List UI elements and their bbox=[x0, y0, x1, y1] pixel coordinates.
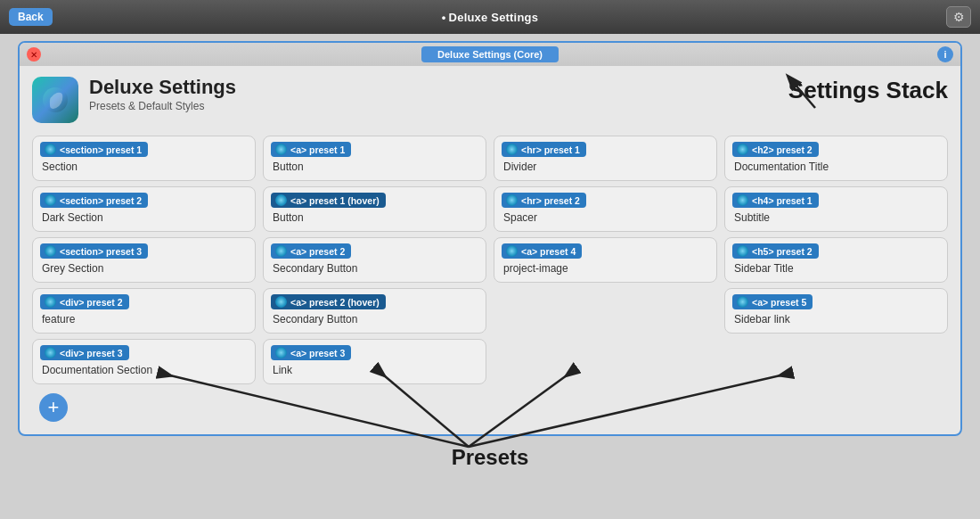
preset-tag-icon bbox=[506, 144, 518, 155]
preset-tag-text: <div> preset 3 bbox=[60, 348, 123, 358]
back-button[interactable]: Back bbox=[9, 8, 53, 26]
preset-card-2-5[interactable]: <a> preset 3Link bbox=[263, 339, 486, 384]
preset-tag-icon bbox=[45, 144, 56, 155]
settings-stack-arrow bbox=[762, 59, 869, 112]
panel-header: Deluxe Settings Presets & Default Styles… bbox=[32, 77, 948, 123]
preset-label: project-image bbox=[502, 262, 709, 275]
title-bar: Back Deluxe Settings ⚙ bbox=[0, 0, 980, 34]
svg-line-4 bbox=[469, 375, 780, 447]
preset-tag-icon bbox=[45, 296, 56, 308]
preset-tag: <h5> preset 2 bbox=[732, 243, 819, 259]
svg-line-1 bbox=[170, 375, 469, 447]
preset-label: Dark Section bbox=[40, 211, 248, 224]
preset-tag-icon bbox=[737, 296, 748, 308]
preset-card-1-1[interactable]: <section> preset 1Section bbox=[32, 136, 256, 181]
preset-tag-text: <div> preset 2 bbox=[60, 297, 123, 308]
panel: ✕ Deluxe Settings (Core) i bbox=[18, 41, 962, 436]
preset-label: Grey Section bbox=[40, 262, 248, 275]
preset-tag-icon bbox=[737, 144, 748, 155]
preset-card-2-1[interactable]: <a> preset 1Button bbox=[263, 136, 486, 181]
preset-card-1-3[interactable]: <section> preset 3Grey Section bbox=[32, 237, 256, 283]
preset-tag-text: <a> preset 1 (hover) bbox=[290, 195, 380, 206]
preset-card-1-4[interactable]: <div> preset 2feature bbox=[32, 288, 256, 334]
svg-line-3 bbox=[469, 375, 567, 447]
svg-line-2 bbox=[384, 375, 469, 447]
preset-tag-icon bbox=[275, 347, 287, 358]
app-subtitle: Presets & Default Styles bbox=[89, 100, 788, 112]
app-logo bbox=[32, 77, 78, 123]
preset-label: Subtitle bbox=[732, 211, 940, 224]
preset-tag: <a> preset 4 bbox=[502, 243, 582, 259]
preset-tag: <a> preset 1 bbox=[271, 142, 351, 157]
preset-tag: <h4> preset 1 bbox=[732, 193, 819, 208]
preset-label: Documentation Title bbox=[732, 161, 940, 173]
preset-card-1-5[interactable]: <div> preset 3Documentation Section bbox=[32, 339, 256, 384]
preset-card-2-4[interactable]: <a> preset 2 (hover)Secondary Button bbox=[263, 288, 486, 334]
presets-label: Presets bbox=[452, 445, 529, 470]
preset-column-1: <section> preset 1Section<section> prese… bbox=[32, 136, 256, 384]
preset-tag-text: <hr> preset 2 bbox=[521, 195, 580, 206]
preset-card-3-1[interactable]: <hr> preset 1Divider bbox=[494, 136, 717, 181]
preset-tag-icon bbox=[737, 245, 748, 257]
preset-card-4-1[interactable]: <h2> preset 2Documentation Title bbox=[724, 136, 948, 181]
preset-label: Sidebar link bbox=[732, 313, 940, 325]
preset-tag: <a> preset 3 bbox=[271, 345, 351, 360]
preset-tag-text: <a> preset 2 (hover) bbox=[290, 297, 380, 308]
preset-tag: <hr> preset 2 bbox=[502, 193, 586, 208]
gear-button[interactable]: ⚙ bbox=[946, 6, 971, 28]
preset-tag: <h2> preset 2 bbox=[732, 142, 819, 157]
preset-tag-icon bbox=[506, 194, 518, 206]
preset-tag-icon bbox=[275, 194, 287, 206]
add-preset-button[interactable]: + bbox=[39, 393, 68, 422]
app-title-group: Deluxe Settings Presets & Default Styles bbox=[89, 77, 788, 112]
preset-card-2-2[interactable]: <a> preset 1 (hover)Button bbox=[263, 186, 486, 232]
preset-tag-text: <section> preset 1 bbox=[60, 144, 142, 155]
preset-tag: <a> preset 1 (hover) bbox=[271, 193, 386, 208]
preset-tag-icon bbox=[45, 194, 56, 206]
preset-card-2-3[interactable]: <a> preset 2Secondary Button bbox=[263, 237, 486, 283]
preset-label: Sidebar Title bbox=[732, 262, 940, 275]
preset-card-3-2[interactable]: <hr> preset 2Spacer bbox=[494, 186, 717, 232]
preset-label: Divider bbox=[502, 161, 709, 173]
preset-tag-text: <section> preset 2 bbox=[60, 195, 142, 206]
preset-tag-icon bbox=[275, 296, 287, 308]
preset-label: Secondary Button bbox=[271, 262, 478, 275]
preset-label: Spacer bbox=[502, 211, 709, 224]
presets-grid: <section> preset 1Section<section> prese… bbox=[32, 136, 948, 384]
preset-card-4-2[interactable]: <h4> preset 1Subtitle bbox=[724, 186, 948, 232]
preset-card-1-2[interactable]: <section> preset 2Dark Section bbox=[32, 186, 256, 232]
preset-tag-icon bbox=[737, 194, 748, 206]
main-wrapper: ✕ Deluxe Settings (Core) i bbox=[0, 34, 980, 519]
preset-card-4-4[interactable]: <a> preset 5Sidebar link bbox=[724, 288, 948, 334]
panel-close-button[interactable]: ✕ bbox=[27, 47, 41, 62]
preset-tag-text: <h5> preset 2 bbox=[752, 246, 813, 257]
preset-card-3-3[interactable]: <a> preset 4project-image bbox=[494, 237, 717, 283]
preset-label: Link bbox=[271, 364, 478, 376]
preset-tag-text: <a> preset 5 bbox=[752, 297, 806, 308]
preset-tag-icon bbox=[45, 347, 56, 358]
preset-tag-text: <h2> preset 2 bbox=[752, 144, 813, 155]
preset-tag: <div> preset 2 bbox=[40, 294, 129, 309]
preset-tag-text: <hr> preset 1 bbox=[521, 144, 580, 155]
preset-tag: <a> preset 2 (hover) bbox=[271, 294, 386, 309]
preset-tag-icon bbox=[45, 245, 56, 257]
preset-tag: <section> preset 1 bbox=[40, 142, 148, 157]
preset-tag-text: <a> preset 2 bbox=[290, 246, 345, 257]
preset-tag-text: <h4> preset 1 bbox=[752, 195, 813, 206]
preset-tag-icon bbox=[275, 144, 287, 155]
preset-tag-text: <a> preset 3 bbox=[290, 348, 345, 358]
preset-tag-text: <a> preset 1 bbox=[290, 144, 345, 155]
preset-column-4: <h2> preset 2Documentation Title<h4> pre… bbox=[724, 136, 948, 384]
presets-area: <section> preset 1Section<section> prese… bbox=[32, 136, 948, 384]
preset-label: Documentation Section bbox=[40, 364, 248, 376]
preset-card-4-3[interactable]: <h5> preset 2Sidebar Title bbox=[724, 237, 948, 283]
app-title: Deluxe Settings bbox=[89, 77, 788, 98]
preset-tag: <section> preset 2 bbox=[40, 193, 148, 208]
panel-info-button[interactable]: i bbox=[937, 46, 953, 62]
preset-tag: <a> preset 5 bbox=[732, 294, 813, 309]
preset-tag: <section> preset 3 bbox=[40, 243, 148, 259]
preset-column-2: <a> preset 1Button<a> preset 1 (hover)Bu… bbox=[263, 136, 486, 384]
panel-tab[interactable]: Deluxe Settings (Core) bbox=[421, 46, 559, 62]
preset-label: feature bbox=[40, 313, 248, 325]
preset-tag: <div> preset 3 bbox=[40, 345, 129, 360]
